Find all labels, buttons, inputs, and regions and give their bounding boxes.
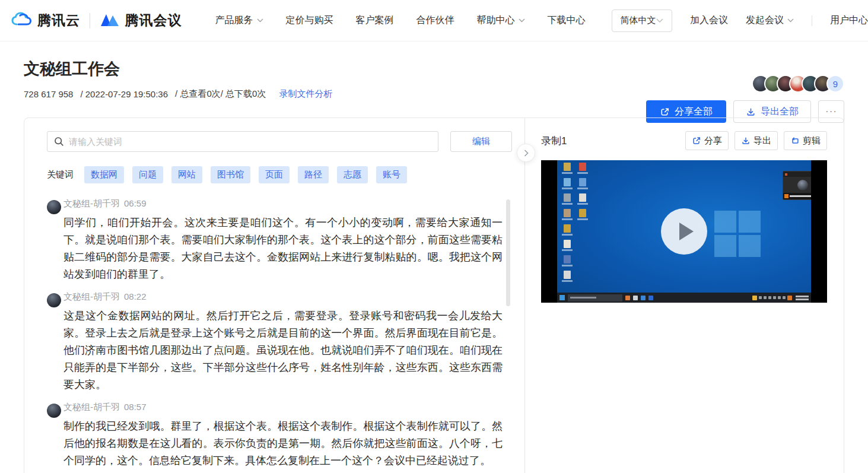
play-button[interactable] bbox=[661, 208, 707, 255]
video-player[interactable] bbox=[541, 160, 827, 303]
meeting-logo-text: 腾讯会议 bbox=[125, 11, 182, 30]
participant-count-badge[interactable]: 9 bbox=[826, 75, 844, 93]
meeting-datetime: / 2022-07-29 19:50:36 bbox=[80, 89, 168, 99]
clip-button[interactable]: 剪辑 bbox=[784, 131, 827, 150]
desktop-icon bbox=[562, 240, 573, 251]
nav-divider bbox=[812, 15, 812, 26]
tencent-meeting-logo[interactable]: 腾讯会议 bbox=[100, 11, 182, 30]
desktop-icon-column bbox=[577, 163, 588, 220]
taskbar bbox=[557, 293, 811, 303]
keyword-tag[interactable]: 路径 bbox=[298, 166, 329, 183]
chevron-down-icon bbox=[519, 18, 525, 23]
speaker-avatar bbox=[47, 200, 61, 214]
keywords-row: 关键词 数据网 问题 网站 图书馆 页面 路径 志愿 账号 bbox=[47, 166, 524, 183]
desktop-icon-column bbox=[562, 163, 573, 282]
nav-menu: 产品服务 定价与购买 客户案例 合作伙伴 帮助中心 下载中心 bbox=[215, 14, 586, 27]
tencent-cloud-logo[interactable]: 腾讯云 bbox=[11, 11, 80, 30]
keywords-label: 关键词 bbox=[47, 169, 74, 180]
analysis-link[interactable]: 录制文件分析 bbox=[279, 88, 332, 100]
language-select[interactable]: 简体中文 bbox=[612, 9, 672, 32]
desktop-icon bbox=[577, 193, 588, 205]
message-text[interactable]: 制作的我已经发到哦。群里了，根据这个表。根据这个表制作。根据这个表制作就可以了。… bbox=[63, 418, 503, 469]
search-icon bbox=[54, 136, 64, 147]
chevron-right-icon bbox=[524, 150, 529, 157]
desktop-icon bbox=[577, 209, 588, 220]
pip-participant-window bbox=[783, 171, 811, 200]
speaker-name: 文秘组-胡千羽 bbox=[63, 291, 120, 303]
taskbar-icon bbox=[633, 296, 638, 300]
message-list: 文秘组-胡千羽 06:59 同学们，咱们开始开会。这次来主要是咱们这个。有一个小… bbox=[47, 198, 503, 473]
desktop-icon bbox=[562, 193, 573, 205]
desktop-icon bbox=[562, 255, 573, 266]
avatar-stack[interactable]: 9 bbox=[752, 75, 844, 93]
recording-panel: 录制1 分享 导出 bbox=[525, 118, 844, 473]
message-time: 08:22 bbox=[124, 291, 147, 303]
message: 文秘组-胡千羽 06:59 同学们，咱们开始开会。这次来主要是咱们这个。有一个小… bbox=[47, 198, 503, 283]
taskbar-icon bbox=[641, 296, 646, 300]
windows-logo bbox=[714, 211, 761, 257]
nav-item-help[interactable]: 帮助中心 bbox=[477, 14, 525, 27]
ellipsis-icon: ··· bbox=[825, 106, 837, 118]
scrollbar-thumb[interactable] bbox=[506, 199, 510, 306]
nav-item-customers[interactable]: 客户案例 bbox=[356, 14, 394, 27]
message-time: 06:59 bbox=[124, 198, 147, 209]
join-meeting-link[interactable]: 加入会议 bbox=[690, 14, 728, 27]
nav-item-downloads[interactable]: 下载中心 bbox=[548, 14, 586, 27]
start-button-icon bbox=[559, 295, 565, 300]
main-card: 编辑 关键词 数据网 问题 网站 图书馆 页面 路径 志愿 账号 文秘组-胡千羽… bbox=[24, 118, 844, 473]
keyword-tag[interactable]: 图书馆 bbox=[211, 166, 250, 183]
share-button[interactable]: 分享 bbox=[685, 131, 729, 150]
play-icon bbox=[679, 223, 694, 240]
taskbar-search bbox=[568, 294, 622, 301]
speaker-avatar bbox=[47, 293, 61, 307]
keyword-tag[interactable]: 账号 bbox=[376, 166, 407, 183]
keyword-tag[interactable]: 数据网 bbox=[84, 166, 124, 183]
meeting-icon bbox=[100, 12, 120, 30]
nav-actions: 加入会议 发起会议 用户中心 bbox=[690, 14, 868, 27]
message-text[interactable]: 这是这个金数据网站的网址。然后打开它之后，需要登录。登录账号和密码我一会儿发给大… bbox=[63, 307, 503, 393]
share-icon bbox=[660, 107, 670, 117]
edit-button[interactable]: 编辑 bbox=[450, 131, 512, 152]
desktop-icon bbox=[577, 178, 588, 189]
taskbar-icon bbox=[648, 296, 653, 300]
meeting-stats: / 总查看0次/ 总下载0次 bbox=[175, 88, 266, 100]
desktop-icon bbox=[562, 163, 573, 174]
taskbar-clock bbox=[796, 296, 809, 300]
desktop-icon bbox=[577, 163, 588, 174]
chevron-down-icon bbox=[257, 18, 263, 23]
top-nav: 腾讯云 腾讯会议 产品服务 定价与购买 客户案例 合作伙伴 帮助中心 下载中心 … bbox=[0, 0, 868, 42]
desktop-icon bbox=[562, 209, 573, 220]
speaker-avatar bbox=[47, 404, 61, 418]
message-time: 08:57 bbox=[124, 402, 147, 413]
desktop-icon bbox=[562, 224, 573, 236]
export-button[interactable]: 导出 bbox=[735, 131, 778, 150]
desktop-icon bbox=[562, 271, 573, 282]
share-icon bbox=[692, 136, 701, 145]
tray-icon bbox=[752, 296, 757, 300]
transcript-panel: 编辑 关键词 数据网 问题 网站 图书馆 页面 路径 志愿 账号 文秘组-胡千羽… bbox=[24, 118, 525, 473]
page-header: 文秘组工作会 728 617 958 / 2022-07-29 19:50:36… bbox=[0, 58, 868, 100]
logo-divider bbox=[90, 13, 90, 28]
nav-item-products[interactable]: 产品服务 bbox=[215, 14, 263, 27]
taskbar-icon bbox=[625, 296, 630, 300]
keyword-tag[interactable]: 志愿 bbox=[337, 166, 368, 183]
desktop-icon bbox=[562, 178, 573, 189]
pip-avatar bbox=[797, 180, 808, 191]
message: 文秘组-胡千羽 08:57 制作的我已经发到哦。群里了，根据这个表。根据这个表制… bbox=[47, 402, 503, 469]
start-meeting-link[interactable]: 发起会议 bbox=[746, 14, 794, 27]
download-icon bbox=[741, 136, 751, 145]
user-center-link[interactable]: 用户中心 bbox=[830, 14, 868, 27]
keyword-tag[interactable]: 问题 bbox=[132, 166, 163, 183]
collapse-panel-button[interactable] bbox=[517, 144, 535, 162]
message: 文秘组-胡千羽 08:22 这是这个金数据网站的网址。然后打开它之后，需要登录。… bbox=[47, 291, 503, 393]
speaker-name: 文秘组-胡千羽 bbox=[63, 198, 120, 209]
meeting-id: 728 617 958 bbox=[24, 89, 73, 99]
keyword-tag[interactable]: 网站 bbox=[171, 166, 202, 183]
clip-icon bbox=[790, 136, 800, 145]
nav-item-partners[interactable]: 合作伙伴 bbox=[416, 14, 454, 27]
keyword-tag[interactable]: 页面 bbox=[259, 166, 290, 183]
message-text[interactable]: 同学们，咱们开始开会。这次来主要是咱们这个。有一个小小的变动啊，需要给大家通知一… bbox=[63, 214, 503, 283]
nav-item-pricing[interactable]: 定价与购买 bbox=[286, 14, 333, 27]
cloud-logo-text: 腾讯云 bbox=[37, 11, 80, 30]
search-input[interactable] bbox=[47, 131, 438, 152]
